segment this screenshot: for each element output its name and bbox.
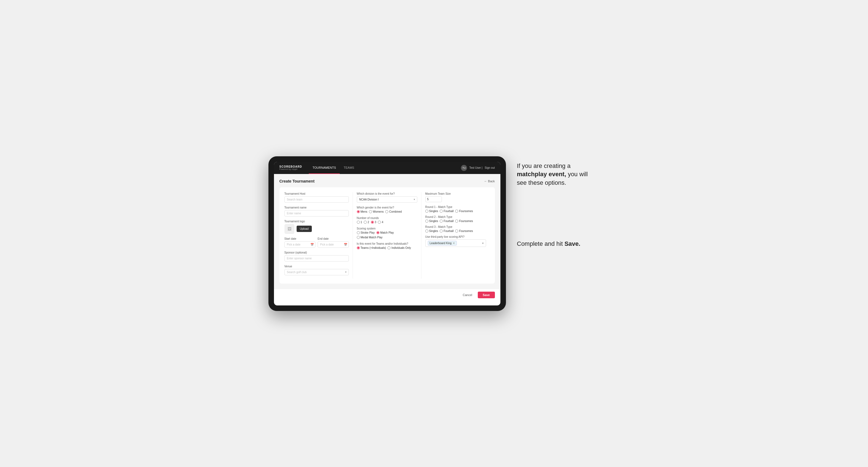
round2-radio-group: Singles Fourball Foursomes bbox=[425, 220, 486, 223]
gender-womens[interactable]: Womens bbox=[369, 210, 383, 213]
scoring-label: Scoring system bbox=[357, 227, 417, 230]
api-tag: Leaderboard King ✕ bbox=[428, 241, 457, 246]
api-select-wrap[interactable]: Leaderboard King ✕ ▾ bbox=[425, 240, 486, 247]
round2-match-section: Round 2 - Match Type Singles Fourball bbox=[425, 215, 486, 223]
round-1-radio[interactable] bbox=[357, 221, 360, 224]
tablet-frame: SCOREBOARD Powered by clippit TOURNAMENT… bbox=[269, 156, 506, 311]
nav-avatar: TU bbox=[461, 165, 467, 171]
form-card: Tournament Host Tournament name Tourname… bbox=[279, 187, 495, 284]
round2-label: Round 2 - Match Type bbox=[425, 215, 486, 218]
cancel-button[interactable]: Cancel bbox=[460, 292, 475, 298]
gender-mens-label: Mens bbox=[361, 210, 367, 213]
save-button[interactable]: Save bbox=[478, 292, 495, 298]
round3-foursomes-radio[interactable] bbox=[455, 229, 458, 232]
round1-foursomes-radio[interactable] bbox=[455, 210, 458, 213]
annotations: If you are creating a matchplay event, y… bbox=[517, 156, 600, 248]
annotation-top-container: If you are creating a matchplay event, y… bbox=[517, 162, 600, 187]
round-1[interactable]: 1 bbox=[357, 221, 362, 224]
round-4-radio[interactable] bbox=[378, 221, 381, 224]
back-button[interactable]: ← Back bbox=[484, 180, 495, 183]
individuals-radio[interactable] bbox=[388, 246, 391, 249]
round2-foursomes-radio[interactable] bbox=[455, 220, 458, 223]
round-3[interactable]: 3 bbox=[371, 221, 376, 224]
rounds-group: Number of rounds 1 2 bbox=[357, 217, 417, 224]
division-select[interactable]: NCAA Division I bbox=[357, 196, 417, 203]
round-3-radio[interactable] bbox=[371, 221, 374, 224]
division-label: Which division is the event for? bbox=[357, 192, 417, 195]
round1-fourball[interactable]: Fourball bbox=[440, 210, 454, 213]
round-2[interactable]: 2 bbox=[364, 221, 369, 224]
teams-radio[interactable] bbox=[357, 246, 360, 249]
end-date-group: End date 📅 bbox=[318, 237, 349, 248]
round1-foursomes[interactable]: Foursomes bbox=[455, 210, 473, 213]
nav-tab-tournaments[interactable]: TOURNAMENTS bbox=[309, 162, 340, 174]
tournament-name-input[interactable] bbox=[284, 210, 349, 217]
gender-combined-radio[interactable] bbox=[385, 210, 388, 213]
round2-fourball-radio[interactable] bbox=[440, 220, 443, 223]
round-2-radio[interactable] bbox=[364, 221, 367, 224]
form-col-2: Which division is the event for? NCAA Di… bbox=[353, 192, 422, 279]
round1-fourball-radio[interactable] bbox=[440, 210, 443, 213]
tournament-name-label: Tournament name bbox=[284, 206, 349, 209]
round2-foursomes[interactable]: Foursomes bbox=[455, 220, 473, 223]
gender-womens-radio[interactable] bbox=[369, 210, 372, 213]
individuals-option[interactable]: Individuals Only bbox=[388, 246, 411, 249]
round1-singles[interactable]: Singles bbox=[425, 210, 438, 213]
sponsor-input[interactable] bbox=[284, 255, 349, 261]
scoring-medal[interactable]: Medal Match Play bbox=[357, 236, 382, 239]
logo-main: SCOREBOARD bbox=[279, 165, 302, 168]
annotation-bottom-container: Complete and hit Save. bbox=[517, 240, 600, 248]
tournament-logo-group: Tournament logo 🖼 Upload bbox=[284, 220, 349, 234]
gender-combined[interactable]: Combined bbox=[385, 210, 402, 213]
upload-button[interactable]: Upload bbox=[297, 226, 312, 232]
nav-tab-teams[interactable]: TEAMS bbox=[340, 162, 358, 174]
api-remove-icon[interactable]: ✕ bbox=[453, 242, 455, 245]
annotation-top: If you are creating a matchplay event, y… bbox=[517, 162, 594, 187]
teams-option[interactable]: Teams (+Individuals) bbox=[357, 246, 386, 249]
round3-radio-group: Singles Fourball Foursomes bbox=[425, 229, 486, 232]
scoring-stroke[interactable]: Stroke Play bbox=[357, 231, 375, 234]
max-team-size-input[interactable] bbox=[425, 196, 442, 202]
tournament-host-label: Tournament Host bbox=[284, 192, 349, 195]
api-group: Use third-party live scoring API? Leader… bbox=[425, 235, 486, 247]
start-date-input[interactable] bbox=[284, 241, 316, 248]
round3-singles[interactable]: Singles bbox=[425, 229, 438, 232]
round-4[interactable]: 4 bbox=[378, 221, 383, 224]
gender-mens-radio[interactable] bbox=[357, 210, 360, 213]
scoring-match[interactable]: Match Play bbox=[376, 231, 394, 234]
tournament-logo-label: Tournament logo bbox=[284, 220, 349, 223]
outer-wrapper: SCOREBOARD Powered by clippit TOURNAMENT… bbox=[269, 156, 600, 311]
round3-singles-radio[interactable] bbox=[425, 229, 428, 232]
scoring-radio-group: Stroke Play Match Play Medal Match Play bbox=[357, 231, 417, 239]
date-row: Start date 📅 End date bbox=[284, 237, 349, 248]
start-date-label: Start date bbox=[284, 237, 316, 240]
tournament-host-input[interactable] bbox=[284, 196, 349, 203]
annotation-bottom: Complete and hit Save. bbox=[517, 240, 581, 248]
end-date-input[interactable] bbox=[318, 241, 349, 248]
annotation-bottom-bold: Save. bbox=[564, 240, 581, 247]
round1-label: Round 1 - Match Type bbox=[425, 206, 486, 209]
scoring-stroke-radio[interactable] bbox=[357, 231, 360, 234]
round3-fourball[interactable]: Fourball bbox=[440, 229, 454, 232]
venue-select-wrapper bbox=[284, 269, 349, 275]
logo-placeholder: 🖼 bbox=[284, 224, 294, 234]
gender-mens[interactable]: Mens bbox=[357, 210, 367, 213]
round3-foursomes[interactable]: Foursomes bbox=[455, 229, 473, 232]
tournament-name-group: Tournament name bbox=[284, 206, 349, 217]
nav-user-text: Test User | bbox=[469, 166, 483, 169]
scoring-medal-radio[interactable] bbox=[357, 236, 360, 239]
round2-singles[interactable]: Singles bbox=[425, 220, 438, 223]
round1-singles-radio[interactable] bbox=[425, 210, 428, 213]
round1-radio-group: Singles Fourball Foursomes bbox=[425, 210, 486, 213]
nav-signout[interactable]: Sign out bbox=[485, 166, 495, 169]
content-area: Create Tournament ← Back Tournament Host… bbox=[274, 174, 500, 289]
round2-singles-radio[interactable] bbox=[425, 220, 428, 223]
tablet-screen: SCOREBOARD Powered by clippit TOURNAMENT… bbox=[274, 162, 500, 306]
scoring-match-radio[interactable] bbox=[376, 231, 379, 234]
max-team-size-label: Maximum Team Size bbox=[425, 192, 486, 195]
round3-fourball-radio[interactable] bbox=[440, 229, 443, 232]
form-footer: Cancel Save bbox=[274, 289, 500, 301]
teams-individuals-label: Is this event for Teams and/or Individua… bbox=[357, 242, 417, 245]
venue-input[interactable] bbox=[284, 269, 349, 275]
round2-fourball[interactable]: Fourball bbox=[440, 220, 454, 223]
